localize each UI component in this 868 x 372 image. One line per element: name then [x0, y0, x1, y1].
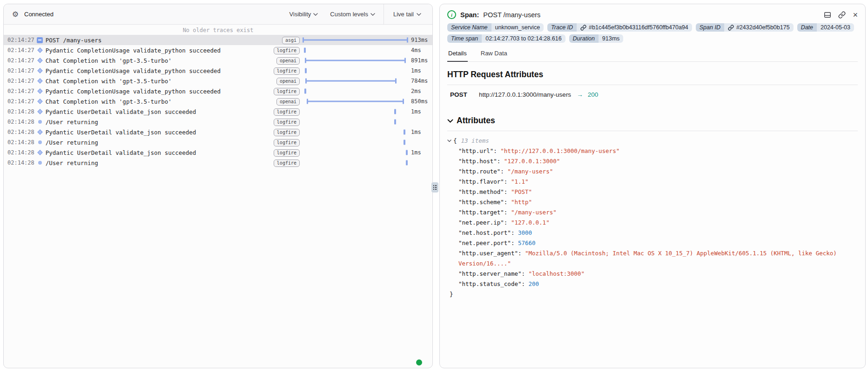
log-circle-icon: [38, 120, 42, 124]
close-icon: ×: [853, 10, 858, 20]
trace-timestamp: 02:14:27: [4, 47, 34, 53]
attribute-key: "http.flavor":: [458, 178, 511, 185]
attribute-entry: "http.url": "http://127.0.0.1:3000/many-…: [458, 146, 858, 156]
duration-bar: [305, 58, 406, 63]
duration-bar: [304, 48, 306, 53]
tab-raw-data[interactable]: Raw Data: [480, 50, 508, 61]
tag-badge: logfire: [274, 88, 300, 95]
copy-link-button[interactable]: [838, 11, 846, 19]
live-tail-indicator-dot: [416, 359, 422, 365]
attribute-key: "http.server_name":: [458, 270, 529, 277]
visibility-label: Visibility: [289, 11, 311, 18]
duration-label: 913ms: [408, 37, 432, 43]
meta-badge: Time span02:14:27.703 to 02:14:28.616: [447, 34, 565, 43]
trace-row[interactable]: 02:14:27Chat Completion with 'gpt-3.5-tu…: [4, 76, 432, 86]
trace-row[interactable]: 02:14:28/User returninglogfire: [4, 117, 432, 127]
attribute-value: "http://127.0.0.1:3000/many-users": [500, 147, 619, 154]
trace-row[interactable]: 02:14:27Chat Completion with 'gpt-3.5-tu…: [4, 96, 432, 106]
attribute-entry: "http.scheme": "http": [458, 197, 858, 207]
attributes-heading: Attributes: [457, 116, 495, 126]
close-button[interactable]: ×: [853, 11, 858, 19]
trace-timestamp: 02:14:27: [4, 78, 34, 84]
tag-badge: logfire: [274, 139, 300, 146]
span-name: Pydantic CompletionUsage validate_python…: [46, 88, 271, 95]
duration-label: 1ms: [408, 149, 432, 156]
badge-value-text: #2432d40ef5b0b175: [736, 24, 790, 31]
duration-bar: [406, 150, 408, 155]
attribute-value: "127.0.0.1": [511, 219, 550, 226]
link-icon: [838, 11, 846, 19]
link-icon[interactable]: [728, 25, 734, 31]
trace-row[interactable]: 02:14:27Pydantic CompletionUsage validat…: [4, 45, 432, 55]
trace-timestamp: 02:14:27: [4, 57, 34, 64]
arrow-right-icon: →: [577, 91, 583, 98]
span-name: Chat Completion with 'gpt-3.5-turbo': [46, 98, 274, 105]
split-panel-icon: [824, 11, 831, 19]
duration-bar: [404, 130, 405, 135]
duration-bar-track: [303, 66, 408, 76]
attribute-value: "POST": [511, 188, 532, 195]
badge-label: Time span: [447, 34, 482, 43]
badge-value-text: 02:14:27.703 to 02:14:28.616: [485, 35, 561, 42]
attribute-value: "/many-users": [507, 168, 553, 175]
badge-row-2: Time span02:14:27.703 to 02:14:28.616Dur…: [447, 34, 858, 43]
panel-resize-handle[interactable]: [431, 182, 438, 193]
span-diamond-icon: [37, 58, 42, 63]
chevron-down-icon: [370, 13, 375, 16]
json-collapse-toggle[interactable]: [447, 140, 451, 142]
collapse-toggle-icon[interactable]: [37, 37, 43, 43]
meta-badge: Trace ID#b1c445ef3b0b43116df5760ffb470a9…: [547, 23, 692, 32]
span-diamond-icon: [37, 47, 42, 53]
duration-bar: [406, 160, 408, 166]
tab-details[interactable]: Details: [447, 50, 468, 62]
span-diamond-icon: [37, 150, 42, 155]
trace-timestamp: 02:14:28: [4, 139, 34, 146]
duration-label: 2ms: [408, 88, 432, 94]
span-name: Chat Completion with 'gpt-3.5-turbo': [46, 57, 274, 64]
trace-timestamp: 02:14:28: [4, 159, 34, 166]
trace-row[interactable]: 02:14:28/User returninglogfire: [4, 137, 432, 147]
trace-panel: ⚙ Connected Visibility Custom levels Liv…: [3, 4, 433, 368]
settings-button[interactable]: ⚙: [9, 8, 21, 20]
duration-label: 784ms: [408, 78, 432, 84]
no-older-traces-notice: No older traces exist: [4, 26, 432, 35]
link-icon[interactable]: [580, 25, 586, 31]
trace-row[interactable]: 02:14:27Chat Completion with 'gpt-3.5-tu…: [4, 55, 432, 66]
span-kind-label: Span:: [460, 11, 479, 19]
trace-row[interactable]: 02:14:27Pydantic CompletionUsage validat…: [4, 66, 432, 76]
trace-row[interactable]: 02:14:27Pydantic CompletionUsage validat…: [4, 86, 432, 96]
split-panel-button[interactable]: [824, 11, 831, 19]
http-request-row: POST http://127.0.0.1:3000/many-users → …: [447, 91, 858, 98]
trace-list: 02:14:27POST /many-usersasgi913ms02:14:2…: [4, 35, 432, 368]
trace-timestamp: 02:14:27: [4, 37, 34, 43]
trace-row[interactable]: 02:14:28Pydantic UserDetail validate_jso…: [4, 106, 432, 117]
attribute-entry: "http.target": "/many-users": [458, 207, 858, 218]
duration-bar-track: [303, 86, 408, 96]
span-diamond-icon: [37, 78, 42, 83]
attribute-value: "http": [511, 199, 532, 206]
tag-badge: openai: [276, 78, 300, 85]
custom-levels-dropdown[interactable]: Custom levels: [330, 11, 375, 18]
live-tail-dropdown[interactable]: Live tail: [384, 4, 432, 24]
grip-dots-icon: [433, 185, 437, 190]
span-name: POST /many-users: [46, 37, 279, 44]
custom-levels-label: Custom levels: [330, 11, 368, 18]
attributes-section-toggle[interactable]: Attributes: [447, 116, 858, 131]
attribute-value: "/many-users": [511, 209, 557, 216]
duration-label: 1ms: [408, 129, 432, 135]
tag-badge: logfire: [274, 119, 300, 126]
span-detail-panel: i Span: POST /many-users × Service Nameu…: [439, 4, 866, 368]
trace-row[interactable]: 02:14:27POST /many-usersasgi913ms: [4, 35, 432, 45]
attribute-value: 57660: [518, 239, 536, 246]
trace-row[interactable]: 02:14:28Pydantic UserDetail validate_jso…: [4, 147, 432, 158]
badge-label: Service Name: [447, 23, 491, 32]
trace-row[interactable]: 02:14:28Pydantic UserDetail validate_jso…: [4, 127, 432, 137]
visibility-dropdown[interactable]: Visibility: [289, 11, 318, 18]
trace-timestamp: 02:14:28: [4, 129, 34, 135]
badge-value: unknown_service: [491, 23, 544, 32]
span-diamond-icon: [37, 129, 42, 134]
trace-row[interactable]: 02:14:28/User returninglogfire: [4, 158, 432, 168]
duration-label: 1ms: [408, 67, 432, 74]
trace-timestamp: 02:14:28: [4, 149, 34, 156]
attribute-entry: "http.status_code": 200: [458, 279, 858, 289]
